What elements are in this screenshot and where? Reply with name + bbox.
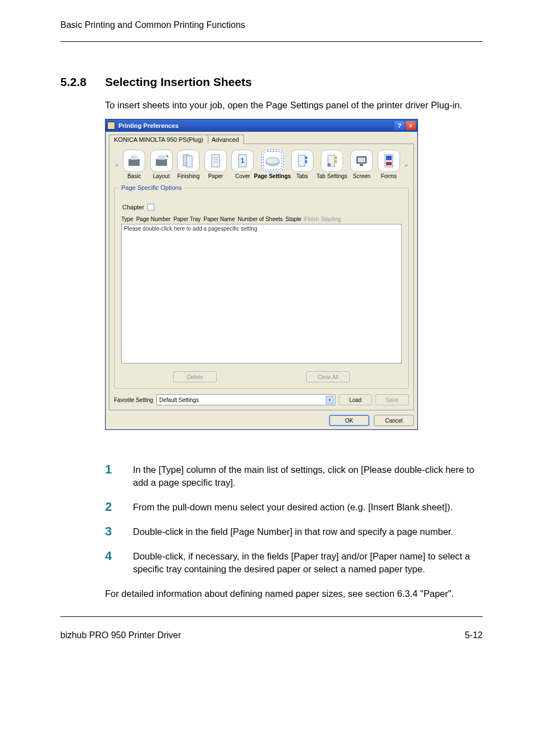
printer-arrow-icon (153, 152, 170, 169)
favorite-setting-label: Favorite Setting (114, 397, 153, 403)
settings-list[interactable]: Please double-click here to add a pagesp… (121, 224, 402, 363)
svg-rect-2 (156, 159, 167, 166)
panel-paper[interactable]: Paper (203, 150, 228, 180)
page-specific-options-group: Page Specific Options Chapter Type Page … (114, 188, 409, 389)
step-number-3: 3 (105, 525, 118, 538)
panel-tab-settings[interactable]: Tab Settings (317, 150, 347, 180)
chevron-down-icon: ▾ (326, 396, 334, 404)
printing-preferences-window: Printing Preferences ? × KONICA MINOLTA … (105, 119, 418, 430)
favorite-setting-select[interactable]: Default Settings ▾ (156, 394, 335, 405)
panel-layout[interactable]: Layout (149, 150, 174, 180)
svg-text:1: 1 (241, 157, 245, 165)
help-button[interactable]: ? (394, 121, 404, 130)
list-column-headers: Type Page Number Paper Tray Paper Name N… (121, 216, 404, 223)
printer-icon (126, 152, 142, 169)
ok-button[interactable]: OK (329, 415, 369, 426)
chapter-label: Chapter (122, 204, 144, 210)
step-number-1: 1 (105, 463, 118, 489)
tabs-orange-icon (323, 152, 340, 169)
save-button[interactable]: Save (375, 394, 409, 405)
col-paper-name: Paper Name (203, 216, 237, 223)
panel-scroll-right[interactable]: » (403, 161, 409, 168)
heading-number: 5.2.8 (60, 75, 105, 89)
close-button[interactable]: × (406, 121, 416, 130)
forms-icon (380, 152, 397, 169)
col-paper-tray: Paper Tray (173, 216, 203, 223)
tabs-blue-icon (294, 152, 311, 169)
footer-right: 5-12 (465, 630, 483, 640)
panel-page-settings[interactable]: Page Settings (258, 150, 288, 180)
col-num-sheets: Number of Sheets (237, 216, 285, 223)
pages-icon (180, 152, 197, 169)
svg-rect-15 (305, 156, 307, 159)
svg-rect-3 (158, 155, 165, 160)
col-staple: Staple (285, 216, 304, 223)
app-icon (107, 122, 115, 130)
tab-advanced[interactable]: Advanced (207, 135, 244, 144)
tab-main-driver[interactable]: KONICA MINOLTA 950 PS(Plug) (109, 135, 208, 144)
panel-cover[interactable]: 1 Cover (230, 150, 255, 180)
svg-point-20 (327, 163, 331, 166)
svg-rect-1 (131, 155, 137, 160)
running-head: Basic Printing and Common Printing Funct… (60, 20, 483, 30)
cancel-button[interactable]: Cancel (374, 415, 414, 426)
svg-rect-25 (386, 156, 392, 160)
step-number-2: 2 (105, 501, 118, 513)
panel-tabs[interactable]: Tabs (290, 150, 315, 180)
svg-rect-6 (212, 155, 220, 167)
group-legend: Page Specific Options (119, 184, 184, 191)
svg-rect-14 (298, 155, 305, 166)
col-finish-stapling: Finish Stapling (304, 216, 343, 223)
col-page-number: Page Number (136, 216, 174, 223)
list-placeholder-row[interactable]: Please double-click here to add a pagesp… (124, 226, 257, 232)
step-number-4: 4 (105, 550, 118, 575)
svg-rect-18 (335, 156, 337, 159)
svg-rect-19 (335, 160, 337, 163)
section-heading: 5.2.8 Selecting Insertion Sheets (60, 75, 483, 89)
clear-all-button[interactable]: Clear All (306, 371, 350, 382)
panel-forms[interactable]: Forms (377, 150, 402, 180)
trailing-paragraph: For detailed information about defining … (105, 587, 483, 600)
svg-rect-26 (386, 162, 392, 165)
titlebar: Printing Preferences ? × (106, 119, 417, 132)
chapter-checkbox[interactable] (147, 204, 154, 210)
footer-left: bizhub PRO 950 Printer Driver (60, 630, 181, 640)
svg-rect-16 (305, 160, 307, 163)
step-text-3: Double-click in the field [Page Number] … (133, 525, 483, 538)
svg-point-13 (266, 157, 279, 164)
favorite-setting-value: Default Settings (159, 397, 199, 403)
svg-rect-0 (129, 159, 140, 166)
panel-finishing[interactable]: Finishing (176, 150, 201, 180)
step-text-2: From the pull-down menu select your desi… (133, 501, 483, 513)
svg-rect-22 (358, 157, 365, 162)
page-icon (207, 152, 224, 169)
panel-screen[interactable]: Screen (349, 150, 374, 180)
svg-rect-23 (360, 164, 363, 166)
intro-paragraph: To insert sheets into your job, open the… (105, 99, 483, 111)
window-title: Printing Preferences (118, 122, 179, 129)
load-button[interactable]: Load (339, 394, 372, 405)
col-type: Type (121, 216, 136, 223)
tray-icon (264, 152, 281, 169)
panel-nav-row: « Basic (114, 149, 409, 182)
svg-rect-5 (187, 156, 192, 167)
step-text-1: In the [Type] column of the main list of… (133, 463, 483, 489)
screen-icon (353, 152, 370, 169)
panel-basic[interactable]: Basic (122, 150, 147, 180)
page-one-icon: 1 (234, 152, 251, 169)
top-tabs: KONICA MINOLTA 950 PS(Plug) Advanced (109, 134, 414, 143)
delete-button[interactable]: Delete (173, 371, 217, 382)
panel-scroll-left[interactable]: « (114, 161, 120, 168)
step-text-4: Double-click, if necessary, in the field… (133, 550, 483, 575)
heading-title: Selecting Insertion Sheets (105, 75, 252, 89)
